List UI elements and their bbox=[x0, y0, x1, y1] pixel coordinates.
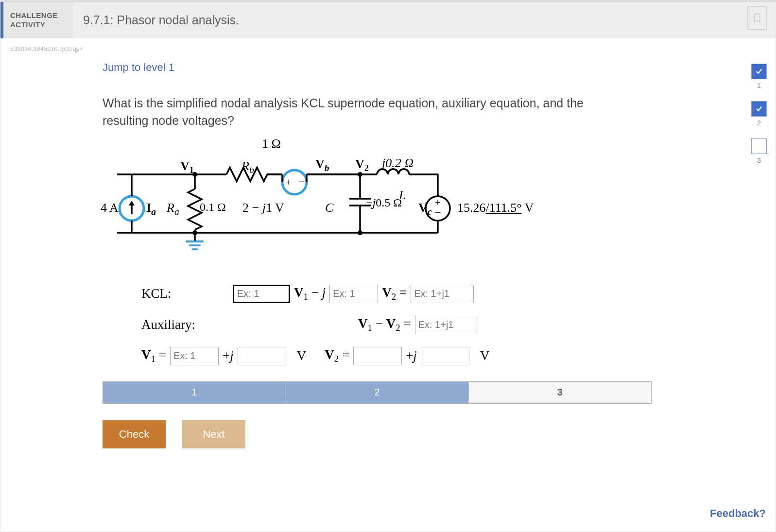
aux-label: Auxiliary: bbox=[141, 317, 229, 332]
lbl-j02: j0.2 Ω bbox=[382, 156, 414, 171]
check-icon bbox=[751, 64, 767, 79]
bookmark-button[interactable] bbox=[747, 6, 767, 30]
lbl-Vb-src: 2 − j1 V bbox=[242, 201, 284, 215]
jump-to-level-link[interactable]: Jump to level 1 bbox=[103, 61, 174, 74]
check-button[interactable]: Check bbox=[103, 420, 166, 448]
unit-v-1: V bbox=[297, 348, 307, 363]
v2-eq-label: V2 = bbox=[325, 347, 349, 364]
current-level-icon bbox=[751, 138, 767, 154]
level-indicator-3: 3 bbox=[751, 138, 767, 164]
circuit-diagram: + − + − 1 Ω V1 Rb bbox=[98, 136, 608, 272]
svg-text:+: + bbox=[286, 177, 291, 188]
lbl-V1: V1 bbox=[180, 159, 194, 175]
badge-line-1: CHALLENGE bbox=[10, 11, 67, 20]
feedback-link[interactable]: Feedback? bbox=[710, 507, 766, 520]
progress-seg-2[interactable]: 2 bbox=[286, 382, 468, 403]
kcl-text-1: V1 − j bbox=[294, 285, 326, 302]
aux-rhs-input[interactable] bbox=[415, 316, 478, 334]
plus-j-2: +j bbox=[406, 348, 417, 363]
lbl-Ia: Ia bbox=[146, 201, 156, 217]
kcl-row: KCL: V1 − j V2 = bbox=[141, 283, 584, 305]
svg-text:−: − bbox=[298, 175, 305, 188]
lbl-1ohm: 1 Ω bbox=[262, 137, 281, 151]
kcl-label: KCL: bbox=[141, 286, 229, 301]
challenge-badge: CHALLENGE ACTIVITY bbox=[0, 2, 73, 38]
v2-real-input[interactable] bbox=[353, 347, 402, 365]
results-row: V1 = +j V V2 = +j V bbox=[141, 345, 584, 367]
svg-point-22 bbox=[192, 230, 197, 235]
level-indicators: 1 2 3 bbox=[751, 64, 767, 164]
lbl-V2: V2 bbox=[355, 157, 369, 173]
unit-v-2: V bbox=[480, 348, 490, 363]
level-indicator-1: 1 bbox=[751, 64, 767, 89]
progress-seg-1[interactable]: 1 bbox=[103, 382, 286, 403]
level-num-3: 3 bbox=[757, 156, 761, 164]
kcl-coef-v2-input[interactable] bbox=[329, 285, 378, 303]
equation-area: KCL: V1 − j V2 = Auxiliary: V1 − V2 = V1… bbox=[103, 283, 584, 367]
lbl-L: L bbox=[399, 188, 406, 203]
v1-eq-label: V1 = bbox=[141, 347, 166, 364]
activity-title: 9.7.1: Phasor nodal analysis. bbox=[73, 2, 239, 38]
badge-line-2: ACTIVITY bbox=[10, 20, 67, 30]
aux-text: V1 − V2 = bbox=[358, 316, 411, 333]
next-button[interactable]: Next bbox=[182, 420, 245, 448]
question-prompt: What is the simplified nodal analysis KC… bbox=[103, 94, 584, 130]
aux-row: Auxiliary: V1 − V2 = bbox=[141, 314, 584, 336]
v1-real-input[interactable] bbox=[170, 347, 219, 365]
lbl-Rb: Rb bbox=[241, 159, 254, 175]
v2-imag-input[interactable] bbox=[421, 347, 469, 365]
lbl-Vb: Vb bbox=[315, 157, 329, 173]
progress-seg-3[interactable]: 3 bbox=[469, 382, 651, 403]
lbl-Vc: Vc bbox=[418, 201, 431, 217]
header-bar: CHALLENGE ACTIVITY 9.7.1: Phasor nodal a… bbox=[0, 0, 776, 38]
kcl-rhs-input[interactable] bbox=[411, 285, 474, 303]
level-indicator-2: 2 bbox=[751, 101, 767, 127]
kcl-coef-v1-input[interactable] bbox=[233, 285, 290, 303]
v1-imag-input[interactable] bbox=[238, 347, 286, 365]
lbl-Ra: Ra bbox=[167, 201, 179, 217]
level-num-2: 2 bbox=[757, 119, 761, 127]
lbl-4A: 4 A bbox=[101, 201, 119, 215]
lbl-cap-val: −j0.5 Ω bbox=[366, 196, 402, 209]
progress-bar: 1 2 3 bbox=[103, 381, 652, 404]
question-id: 538034.3945910.qx3zqy7 bbox=[0, 38, 776, 52]
svg-text:−: − bbox=[434, 206, 441, 219]
lbl-Ra-val: 0.1 Ω bbox=[200, 201, 226, 214]
check-icon bbox=[751, 101, 767, 117]
lbl-Vc-src: 15.26/111.5° V bbox=[457, 201, 534, 215]
kcl-text-2: V2 = bbox=[382, 285, 407, 302]
plus-j-1: +j bbox=[223, 348, 234, 363]
level-num-1: 1 bbox=[757, 81, 761, 89]
lbl-C: C bbox=[325, 201, 333, 215]
